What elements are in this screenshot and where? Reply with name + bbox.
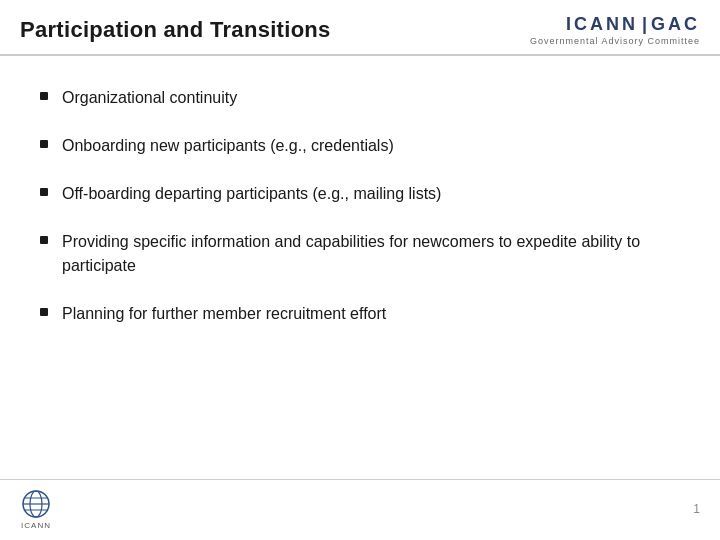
bullet-item: Off-boarding departing participants (e.g… [40,182,680,206]
slide-footer: ICANN 1 [0,479,720,540]
footer-icann-label: ICANN [21,521,51,530]
logo-area: ICANN | GAC Governmental Advisory Commit… [530,14,700,46]
logo-separator: | [642,14,647,35]
bullet-text: Organizational continuity [62,86,237,110]
footer-logo: ICANN [20,488,52,530]
bullet-text: Off-boarding departing participants (e.g… [62,182,441,206]
slide-title: Participation and Transitions [20,17,331,43]
bullet-list: Organizational continuityOnboarding new … [40,86,680,326]
bullet-text: Providing specific information and capab… [62,230,680,278]
logo-gac-text: GAC [651,14,700,35]
slide-header: Participation and Transitions ICANN | GA… [0,0,720,56]
slide-content: Organizational continuityOnboarding new … [0,56,720,346]
bullet-marker [40,140,48,148]
bullet-item: Organizational continuity [40,86,680,110]
bullet-item: Providing specific information and capab… [40,230,680,278]
logo-icann-text: ICANN [566,14,638,35]
icann-globe-icon [20,488,52,520]
slide: Participation and Transitions ICANN | GA… [0,0,720,540]
bullet-marker [40,308,48,316]
bullet-marker [40,92,48,100]
logo-subtitle: Governmental Advisory Committee [530,36,700,46]
bullet-item: Planning for further member recruitment … [40,302,680,326]
icann-gac-logo: ICANN | GAC [566,14,700,35]
bullet-text: Planning for further member recruitment … [62,302,386,326]
footer-page-number: 1 [693,502,700,516]
bullet-marker [40,188,48,196]
bullet-marker [40,236,48,244]
bullet-item: Onboarding new participants (e.g., crede… [40,134,680,158]
bullet-text: Onboarding new participants (e.g., crede… [62,134,394,158]
